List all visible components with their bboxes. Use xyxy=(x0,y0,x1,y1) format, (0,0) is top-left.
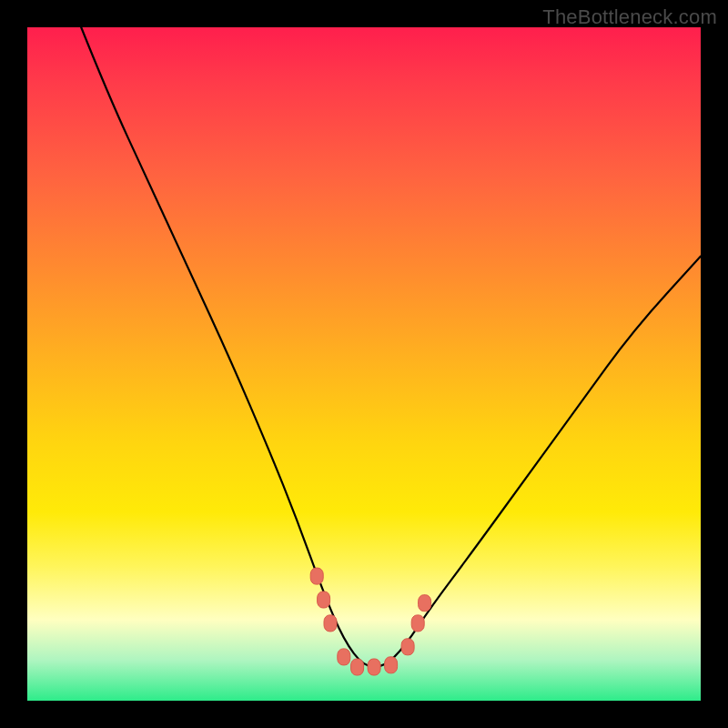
curve-marker xyxy=(419,595,431,612)
chart-frame: TheBottleneck.com xyxy=(0,0,728,728)
curve-marker xyxy=(338,649,350,665)
bottleneck-curve xyxy=(81,27,701,667)
curve-marker xyxy=(411,615,424,632)
plot-area xyxy=(27,27,701,701)
curve-marker xyxy=(401,639,414,655)
curve-marker xyxy=(385,657,398,673)
curve-svg xyxy=(27,27,701,701)
curve-marker xyxy=(310,568,323,584)
curve-marker xyxy=(351,659,364,675)
watermark-text: TheBottleneck.com xyxy=(542,5,717,29)
trough-markers xyxy=(310,568,430,675)
curve-marker xyxy=(318,592,330,608)
curve-marker xyxy=(368,659,380,675)
curve-marker xyxy=(324,615,337,632)
